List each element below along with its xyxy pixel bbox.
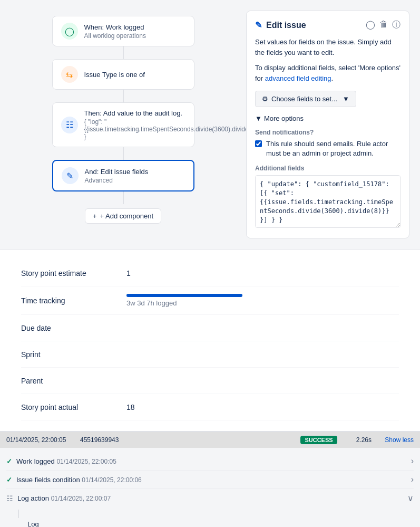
card-title: When: Work logged <box>84 23 146 31</box>
time-tracking-text: 3w 3d 7h logged <box>126 299 399 307</box>
chevron-down-small-icon: ▼ <box>255 114 262 122</box>
field-label-time-tracking: Time tracking <box>21 296 126 305</box>
advanced-field-editing-link[interactable]: advanced field editing <box>265 74 331 82</box>
top-section: ◯ When: Work logged All worklog operatio… <box>0 0 420 249</box>
workflow-card-add-audit[interactable]: ☷ Then: Add value to the audit log. { "l… <box>52 102 194 147</box>
additional-fields-label: Additional fields <box>255 165 401 172</box>
add-component-button[interactable]: + + Add component <box>85 208 161 224</box>
main-wrapper: ◯ When: Work logged All worklog operatio… <box>0 0 420 527</box>
choose-fields-button[interactable]: ⚙ Choose fields to set... ▼ <box>255 91 356 107</box>
doc-icon: ☷ <box>61 117 78 133</box>
workflow-card-text: Then: Add value to the audit log. { "log… <box>84 109 263 140</box>
audit-timestamp: 01/14/2025, 22:00:06 <box>82 476 141 484</box>
status-badge: SUCCESS <box>300 436 337 444</box>
check-icon-work-logged: ✓ <box>6 457 12 465</box>
audit-header-id: 45519639943 <box>80 436 138 444</box>
audit-item-log-action: ☷ Log action 01/14/2025, 22:00:07 ∨ Log … <box>6 489 414 527</box>
clock-icon: ◯ <box>61 23 78 40</box>
pencil-icon: ✎ <box>62 167 79 184</box>
connector-2 <box>123 90 124 102</box>
log-detail: Log { "log": "18" } <box>6 507 93 527</box>
audit-header-status-container: SUCCESS <box>298 436 340 444</box>
card-title: Then: Add value to the audit log. <box>84 109 263 117</box>
field-row-story-point-actual: Story point actual 18 <box>21 394 399 420</box>
workflow-card-text: And: Edit issue fields Advanced <box>85 168 149 184</box>
audit-header: 01/14/2025, 22:00:05 45519639943 SUCCESS… <box>0 432 420 448</box>
link-text-after: . <box>331 74 334 82</box>
audit-action-name: Work logged <box>16 457 55 465</box>
field-label-sprint: Sprint <box>21 350 126 359</box>
gear-icon: ⚙ <box>262 95 268 103</box>
more-options-label: More options <box>264 114 304 122</box>
edit-panel: ✎ Edit issue ◯ 🗑 ⓘ Set values for fields… <box>246 11 409 238</box>
edit-panel-title: ✎ Edit issue <box>255 20 306 30</box>
field-label-due-date: Due date <box>21 324 126 332</box>
field-label-story-point-actual: Story point actual <box>21 403 126 411</box>
audit-item-work-logged: ✓ Work logged 01/14/2025, 22:00:05 › <box>6 452 414 471</box>
additional-fields-textarea[interactable]: { "update": { "customfield_15178": [{ "s… <box>255 175 401 228</box>
chevron-down-icon: ▼ <box>343 95 349 103</box>
field-row-due-date: Due date <box>21 315 399 341</box>
plus-icon: + <box>93 212 97 220</box>
field-row-sprint: Sprint <box>21 341 399 368</box>
audit-action-name: Issue fields condition <box>16 476 80 484</box>
log-icon: ☷ <box>6 494 13 503</box>
audit-action-name: Log action <box>17 494 49 502</box>
edit-panel-description: Set values for fields on the issue. Simp… <box>255 37 401 58</box>
workflow-card-issue-type[interactable]: ⇆ Issue Type is one of <box>52 59 194 90</box>
chevron-right-icon-work-logged[interactable]: › <box>411 456 414 466</box>
audit-section: 01/14/2025, 22:00:05 45519639943 SUCCESS… <box>0 431 420 527</box>
field-value-story-point-estimate: 1 <box>126 269 399 277</box>
progress-bar-fill <box>126 294 242 297</box>
card-subtitle: All worklog operations <box>84 32 146 40</box>
audit-body: ✓ Work logged 01/14/2025, 22:00:05 › ✓ I… <box>0 448 420 527</box>
audit-header-duration: 2.26s <box>340 436 372 444</box>
connector-3 <box>123 147 124 160</box>
more-options-toggle[interactable]: ▼ More options <box>255 114 401 122</box>
check-icon-issue-fields: ✓ <box>6 476 12 484</box>
field-row-parent: Parent <box>21 368 399 394</box>
audit-item-text-log-action: Log action 01/14/2025, 22:00:07 <box>17 494 407 502</box>
card-subtitle: Advanced <box>85 177 149 184</box>
add-component-label: + Add component <box>100 212 154 220</box>
log-detail-label: Log <box>27 520 93 527</box>
audit-item-issue-fields: ✓ Issue fields condition 01/14/2025, 22:… <box>6 471 414 489</box>
connector-1 <box>123 46 124 59</box>
send-notifications-checkbox-label: This rule should send emails. Rule actor… <box>266 139 401 158</box>
card-subtitle: { "log": "{{issue.timetracking.timeSpent… <box>84 118 263 140</box>
send-notifications-checkbox[interactable] <box>255 140 262 147</box>
additional-fields-section: Additional fields { "update": { "customf… <box>255 165 401 229</box>
field-label-story-point-estimate: Story point estimate <box>21 269 126 277</box>
card-title: And: Edit issue fields <box>85 168 149 176</box>
audit-timestamp: 01/14/2025, 22:00:07 <box>51 495 111 502</box>
field-value-story-point-actual: 18 <box>126 403 399 411</box>
workflow-card-work-logged[interactable]: ◯ When: Work logged All worklog operatio… <box>52 16 194 46</box>
shuffle-icon: ⇆ <box>61 66 78 83</box>
fields-section: Story point estimate 1 Time tracking 3w … <box>0 249 420 431</box>
send-notifications-section: Send notifications? This rule should sen… <box>255 129 401 158</box>
workflow-card-edit-issue[interactable]: ✎ And: Edit issue fields Advanced <box>52 160 194 191</box>
choose-fields-label: Choose fields to set... <box>271 95 337 103</box>
edit-title-pencil-icon: ✎ <box>255 20 262 30</box>
audit-timestamp: 01/14/2025, 22:00:05 <box>56 458 116 465</box>
progress-bar-background <box>126 294 242 297</box>
workflow-card-text: When: Work logged All worklog operations <box>84 23 146 40</box>
send-notifications-checkbox-row: This rule should send emails. Rule actor… <box>255 139 401 158</box>
workflow-card-text: Issue Type is one of <box>84 71 145 79</box>
help-icon[interactable]: ⓘ <box>392 20 401 31</box>
audit-header-timestamp: 01/14/2025, 22:00:05 <box>6 436 80 444</box>
field-row-time-tracking: Time tracking 3w 3d 7h logged <box>21 286 399 315</box>
workflow-panel: ◯ When: Work logged All worklog operatio… <box>11 11 236 238</box>
delete-icon[interactable]: 🗑 <box>379 20 388 31</box>
chevron-right-icon-issue-fields[interactable]: › <box>411 475 414 484</box>
time-tracking-container: 3w 3d 7h logged <box>126 294 399 307</box>
audit-item-log-action-header: ☷ Log action 01/14/2025, 22:00:07 ∨ <box>6 493 414 503</box>
show-less-button[interactable]: Show less <box>372 436 414 444</box>
duplicate-icon[interactable]: ◯ <box>366 20 375 31</box>
audit-item-text-issue-fields: Issue fields condition 01/14/2025, 22:00… <box>16 476 407 484</box>
connector-4 <box>123 191 124 204</box>
edit-panel-title-text: Edit issue <box>266 21 306 30</box>
chevron-down-icon-log-action[interactable]: ∨ <box>407 493 414 503</box>
log-divider <box>18 510 19 518</box>
field-label-parent: Parent <box>21 377 126 385</box>
